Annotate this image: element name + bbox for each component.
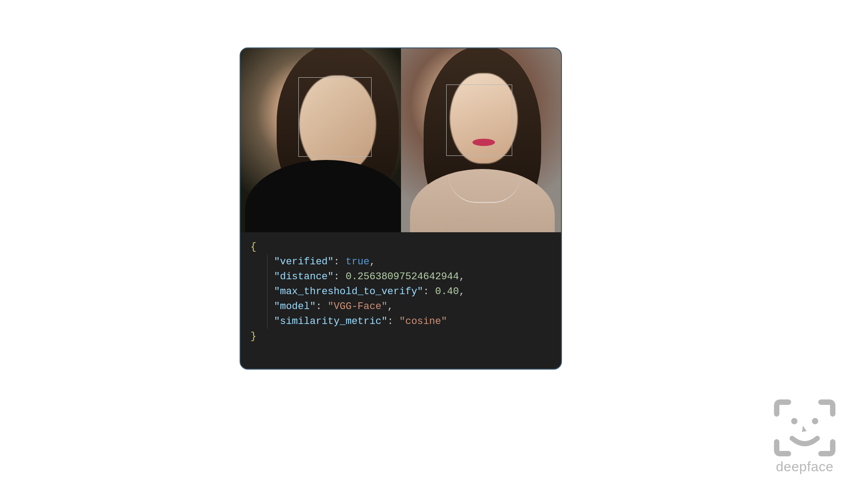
json-value: 0.25638097524642944 [345,271,459,282]
json-value: "VGG-Face" [328,301,387,312]
json-key: "max_threshold_to_verify" [274,286,423,297]
json-row-threshold: "max_threshold_to_verify": 0.40, [250,284,551,299]
json-key: "verified" [274,256,334,267]
json-value: true [345,256,369,267]
input-image-1 [241,48,401,232]
brace-open: { [250,241,256,253]
json-key: "distance" [274,271,334,282]
face-shape [450,73,518,164]
json-row-verified: "verified": true, [250,254,551,269]
svg-point-1 [812,418,818,424]
face-shape [299,75,376,173]
json-value: 0.40 [435,286,459,297]
input-image-2 [401,48,561,232]
face-scan-icon [773,399,836,457]
json-row-model: "model": "VGG-Face", [250,299,551,314]
brace-close: } [250,331,256,342]
json-row-metric: "similarity_metric": "cosine" [250,314,551,329]
json-output: { "verified": true, "distance": 0.256380… [241,232,561,369]
json-row-distance: "distance": 0.25638097524642944, [250,269,551,284]
json-key: "similarity_metric" [274,316,387,327]
image-pair [241,48,561,232]
shoulder-shape [245,160,401,232]
deepface-logo: deepface [773,399,836,474]
json-key: "model" [274,301,316,312]
svg-point-0 [791,418,797,424]
lips-shape [472,139,495,146]
json-value: "cosine" [399,316,447,327]
logo-text: deepface [773,459,836,474]
result-card: { "verified": true, "distance": 0.256380… [240,47,562,370]
